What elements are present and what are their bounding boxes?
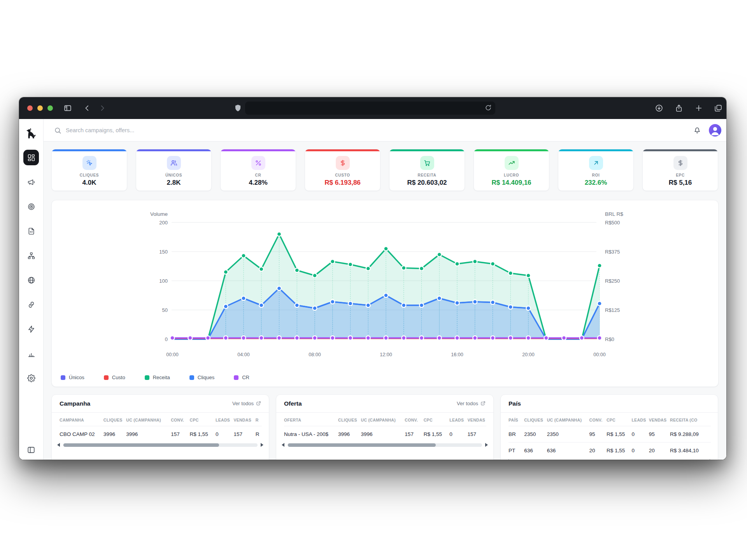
column-header: OFERTA bbox=[284, 413, 338, 426]
table-cell: 3996 bbox=[126, 426, 171, 443]
arrow-up-right-icon bbox=[589, 156, 603, 170]
globe-icon bbox=[27, 276, 35, 284]
browser-window: CLIQUES4.0KÚNICOS2.8KCR4.28%CUSTOR$ 6.19… bbox=[19, 97, 726, 460]
address-bar[interactable] bbox=[245, 102, 495, 115]
minimize-button[interactable] bbox=[37, 105, 43, 111]
svg-text:200: 200 bbox=[159, 220, 168, 226]
global-search[interactable] bbox=[54, 119, 288, 142]
sidebar-item-links[interactable] bbox=[23, 297, 39, 312]
sidebar-item-tracking[interactable] bbox=[23, 199, 39, 214]
horizontal-scrollbar[interactable] bbox=[57, 443, 263, 447]
horizontal-scrollbar[interactable] bbox=[506, 459, 712, 460]
privacy-shield-icon[interactable] bbox=[234, 104, 242, 112]
file-code-icon bbox=[27, 227, 35, 235]
table-card-campanha: CampanhaVer todosCAMPANHACLIQUESUC (CAMP… bbox=[51, 394, 269, 460]
user-avatar[interactable] bbox=[709, 124, 721, 136]
forward-icon[interactable] bbox=[98, 104, 107, 112]
legend-label: CR bbox=[242, 374, 249, 380]
table-card-header: OfertaVer todos bbox=[276, 395, 493, 413]
scroll-right-arrow[interactable] bbox=[710, 459, 712, 460]
main-content: CLIQUES4.0KÚNICOS2.8KCR4.28%CUSTOR$ 6.19… bbox=[44, 119, 726, 460]
legend-item-receita[interactable]: Receita bbox=[145, 374, 170, 380]
legend-swatch bbox=[145, 375, 149, 380]
reload-icon[interactable] bbox=[484, 104, 492, 112]
close-button[interactable] bbox=[27, 105, 33, 111]
share-icon[interactable] bbox=[675, 104, 683, 112]
table-title: País bbox=[509, 400, 521, 407]
column-header: LEADS bbox=[631, 413, 649, 426]
new-tab-icon[interactable] bbox=[694, 104, 703, 112]
table-cell: 0 bbox=[216, 426, 233, 443]
legend-item-cliques[interactable]: Cliques bbox=[189, 374, 214, 380]
column-header: LEADS bbox=[216, 413, 233, 426]
svg-text:12:00: 12:00 bbox=[380, 352, 392, 357]
sidebar-item-reports[interactable] bbox=[23, 346, 39, 361]
app-topbar bbox=[44, 119, 726, 142]
kpi-label: CLIQUES bbox=[52, 173, 127, 177]
table-cell: BR bbox=[509, 426, 524, 443]
bar-chart-icon bbox=[27, 350, 35, 358]
tab-overview-icon[interactable] bbox=[714, 104, 722, 112]
scrollbar-thumb[interactable] bbox=[288, 443, 436, 447]
table-cell: CBO CAMP 02 bbox=[60, 426, 103, 443]
table-cell: 3996 bbox=[103, 426, 126, 443]
sidebar-item-funnels[interactable] bbox=[23, 248, 39, 263]
scrollbar-track[interactable] bbox=[63, 443, 258, 447]
sidebar-item-campaigns[interactable] bbox=[23, 174, 39, 190]
sidebar-item-automations[interactable] bbox=[23, 321, 39, 337]
table-cell: 95 bbox=[589, 426, 607, 443]
legend-item-únicos[interactable]: Únicos bbox=[61, 374, 84, 380]
search-input[interactable] bbox=[66, 127, 245, 133]
horizontal-scrollbar[interactable] bbox=[282, 443, 488, 447]
column-header: UC (CAMPANHA) bbox=[361, 413, 405, 426]
address-input[interactable] bbox=[245, 102, 495, 115]
scroll-left-arrow[interactable] bbox=[57, 443, 60, 447]
scroll-left-arrow[interactable] bbox=[282, 443, 284, 447]
download-icon[interactable] bbox=[655, 104, 663, 112]
column-header: UC (CAMPANHA) bbox=[126, 413, 171, 426]
data-table: OFERTACLIQUESUC (CAMPANHA)CONV.CPCLEADSV… bbox=[284, 413, 486, 442]
kpi-card-cr: CR4.28% bbox=[220, 149, 296, 191]
column-header: VENDAS bbox=[468, 413, 486, 426]
scroll-right-arrow[interactable] bbox=[485, 443, 488, 447]
kpi-value: 4.28% bbox=[221, 179, 296, 187]
see-all-link[interactable]: Ver todos bbox=[232, 401, 261, 406]
column-header: R bbox=[256, 413, 262, 426]
column-header: CAMPANHA bbox=[60, 413, 103, 426]
zoom-button[interactable] bbox=[47, 105, 53, 111]
svg-text:R$250: R$250 bbox=[605, 278, 620, 284]
back-icon[interactable] bbox=[83, 104, 91, 112]
scrollbar-track[interactable] bbox=[512, 460, 707, 460]
legend-item-cr[interactable]: CR bbox=[234, 374, 249, 380]
table-cell: 0 bbox=[449, 426, 467, 443]
kpi-value: 4.0K bbox=[52, 179, 127, 187]
scrollbar-track[interactable] bbox=[288, 443, 482, 447]
svg-text:BRL R$: BRL R$ bbox=[605, 211, 623, 217]
dog-logo[interactable] bbox=[25, 128, 38, 141]
panel-toggle-icon[interactable] bbox=[27, 446, 35, 454]
see-all-label: Ver todos bbox=[457, 401, 478, 406]
see-all-link[interactable]: Ver todos bbox=[457, 401, 486, 406]
column-header: VENDAS bbox=[233, 413, 255, 426]
bell-icon[interactable] bbox=[693, 126, 701, 135]
scrollbar-thumb[interactable] bbox=[512, 460, 664, 460]
sidebar-toggle-icon[interactable] bbox=[63, 104, 72, 112]
table-cell: 3996 bbox=[338, 426, 361, 443]
svg-text:R$375: R$375 bbox=[605, 249, 620, 255]
scroll-right-arrow[interactable] bbox=[261, 443, 263, 447]
sidebar-item-dashboard[interactable] bbox=[23, 150, 39, 165]
legend-item-custo[interactable]: Custo bbox=[104, 374, 125, 380]
kpi-accent-bar bbox=[558, 149, 633, 151]
sidebar-item-settings[interactable] bbox=[23, 370, 39, 386]
table-cell: R$ 9.288,09 bbox=[670, 426, 711, 443]
table-cell: R$ 1,55 bbox=[607, 443, 631, 459]
scrollbar-thumb[interactable] bbox=[63, 443, 219, 447]
zap-icon bbox=[27, 325, 35, 333]
sidebar-item-domains[interactable] bbox=[23, 272, 39, 288]
scroll-left-arrow[interactable] bbox=[506, 459, 509, 460]
sidebar-item-scripts[interactable] bbox=[23, 223, 39, 239]
megaphone-icon bbox=[27, 178, 35, 186]
browser-titlebar bbox=[19, 97, 726, 119]
kpi-label: LUCRO bbox=[474, 173, 549, 177]
kpi-card-cliques: CLIQUES4.0K bbox=[51, 149, 127, 191]
